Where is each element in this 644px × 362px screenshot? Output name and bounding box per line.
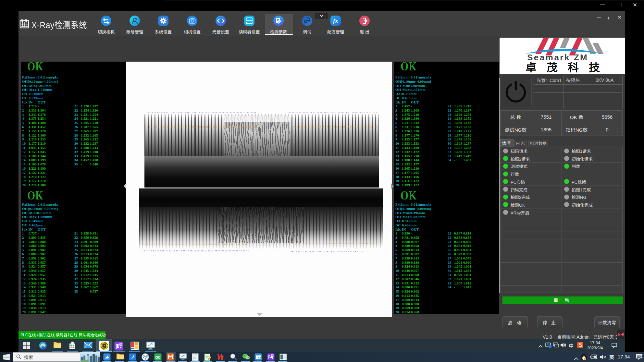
- svg-text:fx: fx: [333, 18, 338, 24]
- svg-text:卓茂科技: 卓茂科技: [526, 61, 610, 74]
- svg-text:QC: QC: [155, 356, 161, 359]
- svg-text:Seamark ZM: Seamark ZM: [527, 53, 588, 62]
